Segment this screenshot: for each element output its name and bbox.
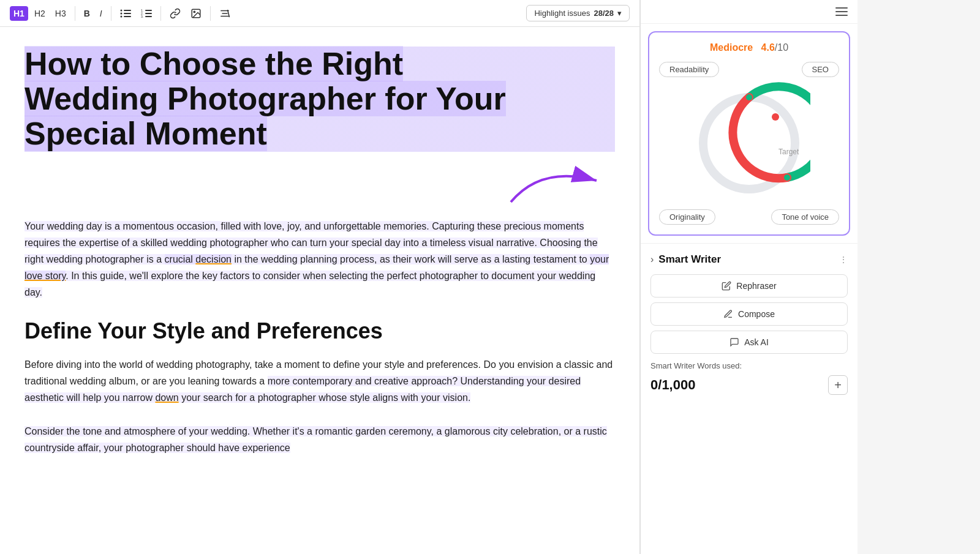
words-used-label: Smart Writer Words used: bbox=[650, 361, 848, 370]
toolbar: H1 H2 H3 B I 1. 2. 3. bbox=[0, 0, 639, 27]
chevron-down-icon: ▾ bbox=[617, 9, 622, 18]
originality-tab[interactable]: Originality bbox=[659, 209, 715, 225]
compose-button[interactable]: Compose bbox=[650, 302, 848, 326]
image-button[interactable] bbox=[187, 6, 205, 21]
svg-rect-4 bbox=[124, 13, 131, 14]
ask-ai-button[interactable]: Ask AI bbox=[650, 331, 848, 354]
svg-point-21 bbox=[772, 113, 779, 121]
menu-icon[interactable] bbox=[835, 7, 848, 16]
sidebar-header bbox=[641, 0, 858, 24]
ask-ai-label: Ask AI bbox=[744, 337, 769, 347]
article-para-1: Your wedding day is a momentous occasion… bbox=[24, 218, 615, 301]
words-value: 0 bbox=[650, 377, 658, 392]
info-icon[interactable]: ⋮ bbox=[839, 255, 848, 264]
clear-format-button[interactable] bbox=[216, 6, 234, 21]
unordered-list-button[interactable] bbox=[116, 7, 135, 20]
highlight-label: Highlight issues bbox=[534, 9, 590, 18]
score-denom: /10 bbox=[775, 42, 788, 53]
chart-svg: Target bbox=[688, 82, 810, 204]
tone-of-voice-tab[interactable]: Tone of voice bbox=[771, 209, 839, 225]
article-para-3: Consider the tone and atmosphere of your… bbox=[24, 423, 615, 456]
score-panel: Mediocre 4.6/10 Readability SEO bbox=[648, 31, 850, 236]
separator-4 bbox=[210, 6, 211, 21]
compose-label: Compose bbox=[738, 309, 775, 319]
svg-text:3.: 3. bbox=[141, 15, 143, 18]
words-used-row: 0/1,000 + bbox=[650, 375, 848, 395]
h3-button[interactable]: H3 bbox=[51, 6, 70, 21]
highlight-issues-button[interactable]: Highlight issues 28/28 ▾ bbox=[526, 5, 630, 21]
smart-writer-title: Smart Writer bbox=[658, 253, 834, 266]
chevron-icon[interactable]: › bbox=[650, 254, 654, 265]
article-para-2: Before diving into the world of wedding … bbox=[24, 356, 615, 406]
add-words-button[interactable]: + bbox=[828, 375, 848, 395]
svg-point-19 bbox=[784, 174, 790, 181]
radial-chart: Target bbox=[659, 82, 839, 204]
bold-button[interactable]: B bbox=[80, 6, 94, 21]
readability-tab[interactable]: Readability bbox=[659, 62, 719, 77]
separator-1 bbox=[75, 6, 75, 21]
ordered-list-button[interactable]: 1. 2. 3. bbox=[137, 7, 156, 20]
svg-rect-5 bbox=[124, 16, 131, 17]
svg-rect-9 bbox=[145, 10, 152, 11]
h1-button[interactable]: H1 bbox=[10, 6, 28, 21]
sidebar: Mediocre 4.6/10 Readability SEO bbox=[640, 0, 858, 554]
editor-area: H1 H2 H3 B I 1. 2. 3. bbox=[0, 0, 640, 554]
arrow-graphic bbox=[505, 159, 603, 208]
score-bottom-tabs: Originality Tone of voice bbox=[659, 209, 839, 225]
editor-content[interactable]: How to Choose the RightWedding Photograp… bbox=[0, 27, 639, 554]
svg-point-0 bbox=[120, 9, 122, 11]
separator-3 bbox=[160, 6, 161, 21]
svg-rect-11 bbox=[145, 16, 152, 17]
svg-point-18 bbox=[746, 94, 752, 100]
link-button[interactable] bbox=[166, 6, 184, 21]
separator-2 bbox=[111, 6, 111, 21]
article-title: How to Choose the RightWedding Photograp… bbox=[24, 47, 615, 152]
compose-icon bbox=[723, 309, 733, 319]
score-tabs: Readability SEO bbox=[659, 62, 839, 77]
h2-button[interactable]: H2 bbox=[31, 6, 49, 21]
article-h2: Define Your Style and Preferences bbox=[24, 318, 615, 344]
ask-ai-icon bbox=[729, 337, 739, 347]
score-title: Mediocre 4.6/10 bbox=[659, 42, 839, 53]
smart-writer-section: › Smart Writer ⋮ Rephraser Compose Ask A… bbox=[641, 243, 858, 405]
svg-rect-10 bbox=[145, 13, 152, 14]
highlight-count: 28/28 bbox=[594, 9, 614, 18]
italic-button[interactable]: I bbox=[96, 6, 106, 21]
rephraser-button[interactable]: Rephraser bbox=[650, 274, 848, 298]
words-limit: 1,000 bbox=[662, 377, 695, 392]
smart-writer-header: › Smart Writer ⋮ bbox=[650, 253, 848, 266]
mediocre-label: Mediocre bbox=[710, 42, 753, 53]
arrow-container bbox=[24, 159, 615, 208]
svg-point-1 bbox=[120, 12, 122, 14]
words-used-value: 0/1,000 bbox=[650, 377, 823, 393]
svg-rect-3 bbox=[124, 10, 131, 11]
score-value: 4.6 bbox=[761, 42, 775, 53]
title-highlight: How to Choose the RightWedding Photograp… bbox=[24, 46, 506, 151]
svg-point-2 bbox=[120, 15, 122, 17]
seo-tab[interactable]: SEO bbox=[802, 62, 839, 77]
svg-text:Target: Target bbox=[778, 148, 799, 156]
rephraser-icon bbox=[722, 281, 731, 291]
rephraser-label: Rephraser bbox=[736, 281, 776, 291]
svg-point-13 bbox=[194, 11, 195, 12]
